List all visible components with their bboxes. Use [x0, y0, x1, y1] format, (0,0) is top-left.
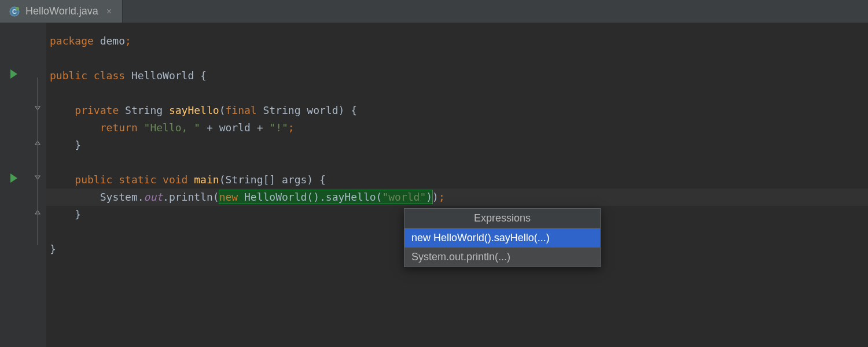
popup-item[interactable]: new HelloWorld().sayHello(...)	[404, 228, 600, 248]
file-tab[interactable]: C HelloWorld.java ×	[0, 0, 123, 23]
fold-up-icon[interactable]	[34, 139, 42, 147]
java-class-icon: C	[9, 6, 20, 17]
close-icon[interactable]: ×	[104, 6, 114, 17]
code-line: package demo;	[46, 32, 868, 50]
code-line	[46, 154, 868, 171]
code-line	[46, 50, 868, 67]
code-line: private String sayHello(final String wor…	[46, 102, 868, 119]
selected-expression: new HelloWorld().sayHello("world")	[219, 190, 432, 204]
fold-line	[37, 77, 38, 245]
editor: package demo; public class HelloWorld { …	[0, 23, 868, 347]
run-gutter-icon[interactable]	[10, 69, 17, 79]
gutter	[0, 23, 46, 347]
code-line: System.out.println(new HelloWorld().sayH…	[46, 189, 868, 206]
run-gutter-icon[interactable]	[10, 174, 17, 183]
svg-point-2	[16, 7, 19, 10]
code-line: public static void main(String[] args) {	[46, 171, 868, 189]
code-line: return "Hello, " + world + "!";	[46, 119, 868, 136]
code-line	[46, 84, 868, 102]
code-area[interactable]: package demo; public class HelloWorld { …	[46, 23, 868, 347]
code-line: }	[46, 136, 868, 154]
popup-title: Expressions	[404, 209, 600, 228]
fold-up-icon[interactable]	[34, 208, 42, 216]
popup-item[interactable]: System.out.println(...)	[404, 248, 600, 267]
expressions-popup: Expressions new HelloWorld().sayHello(..…	[404, 208, 601, 267]
fold-down-icon[interactable]	[34, 104, 42, 112]
code-line: public class HelloWorld {	[46, 67, 868, 84]
fold-down-icon[interactable]	[34, 174, 42, 182]
tab-bar: C HelloWorld.java ×	[0, 0, 868, 23]
tab-filename: HelloWorld.java	[25, 5, 98, 17]
